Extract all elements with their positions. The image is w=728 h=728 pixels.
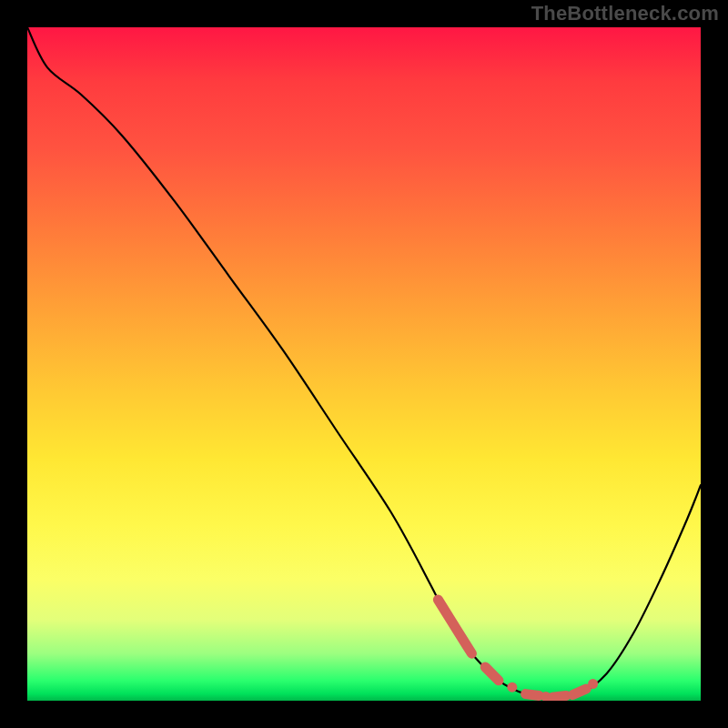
svg-line-3 [526,694,540,696]
svg-line-5 [552,695,566,697]
watermark-text: TheBottleneck.com [531,2,719,25]
curve-overlay [27,27,701,701]
bottleneck-curve [27,27,701,697]
svg-point-7 [588,679,598,689]
highlight-markers [438,600,598,701]
svg-point-2 [507,682,517,693]
svg-line-6 [572,689,586,694]
svg-line-1 [485,667,499,681]
svg-line-0 [438,600,471,653]
chart-frame: TheBottleneck.com [0,0,728,728]
